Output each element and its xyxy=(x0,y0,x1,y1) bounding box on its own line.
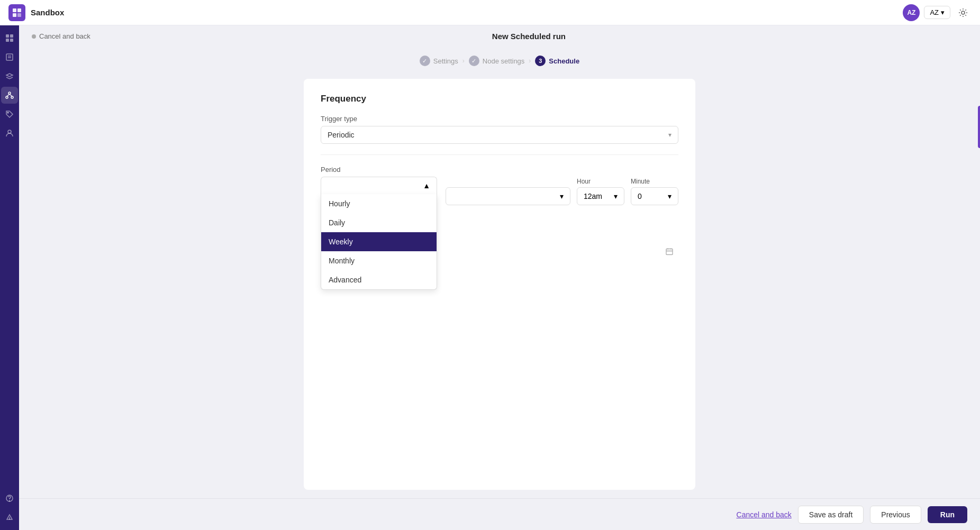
svg-point-4 xyxy=(961,11,965,14)
trigger-type-wrapper: Periodic ▾ xyxy=(321,126,678,144)
sidebar xyxy=(0,25,19,530)
minute-chevron-icon: ▾ xyxy=(668,192,672,200)
svg-rect-9 xyxy=(6,54,13,60)
step-schedule-icon: 3 xyxy=(535,56,546,66)
svg-line-16 xyxy=(10,94,12,96)
period-label: Period xyxy=(321,166,678,173)
app-name: Sandbox xyxy=(31,8,903,17)
hour-select-wrap: Hour 12am ▾ xyxy=(577,178,624,205)
svg-point-12 xyxy=(8,92,11,94)
topbar-right: AZ AZ ▾ xyxy=(903,4,972,21)
settings-icon[interactable] xyxy=(955,4,972,21)
minute-select[interactable]: 0 ▾ xyxy=(631,187,678,205)
svg-point-17 xyxy=(7,112,8,113)
save-draft-button[interactable]: Save as draft xyxy=(798,506,864,524)
step-node-settings: ✓ Node settings xyxy=(469,56,525,66)
subheader: Cancel and back New Scheduled run xyxy=(19,25,980,47)
day-select-wrap: ▾ xyxy=(446,187,570,205)
sidebar-item-layers[interactable] xyxy=(1,68,18,85)
svg-point-14 xyxy=(11,96,13,98)
period-option-monthly[interactable]: Monthly xyxy=(321,251,437,270)
step-settings-icon: ✓ xyxy=(420,56,430,66)
trigger-chevron-icon: ▾ xyxy=(668,131,672,139)
right-accent-bar xyxy=(978,106,980,148)
main-content: Cancel and back New Scheduled run ✓ Sett… xyxy=(19,25,980,530)
sidebar-item-network[interactable] xyxy=(1,87,18,104)
svg-rect-5 xyxy=(6,34,9,38)
footer: Cancel and back Save as draft Previous R… xyxy=(19,498,980,530)
time-row: ▾ Hour 12am ▾ xyxy=(446,178,678,205)
svg-point-20 xyxy=(10,501,10,501)
user-menu-button[interactable]: AZ ▾ xyxy=(924,6,950,19)
period-dropdown-menu: Hourly Daily Weekly Monthly Advanced xyxy=(321,194,437,290)
sidebar-item-grid[interactable] xyxy=(1,30,18,47)
step-settings-label: Settings xyxy=(433,57,458,65)
page-title-wrap: New Scheduled run xyxy=(90,32,967,41)
step-schedule-label: Schedule xyxy=(549,57,579,65)
cancel-back-label: Cancel and back xyxy=(39,32,90,40)
page-title: New Scheduled run xyxy=(492,32,566,41)
layout: Cancel and back New Scheduled run ✓ Sett… xyxy=(0,25,980,530)
step-node-icon: ✓ xyxy=(469,56,479,66)
time-group: ▾ Hour 12am ▾ xyxy=(446,177,678,205)
period-option-weekly[interactable]: Weekly xyxy=(321,232,437,251)
divider xyxy=(321,154,678,155)
sidebar-item-tags[interactable] xyxy=(1,106,18,123)
sidebar-item-users[interactable] xyxy=(1,125,18,142)
minute-value: 0 xyxy=(638,192,642,200)
svg-point-22 xyxy=(10,519,10,519)
sidebar-item-help[interactable] xyxy=(1,490,18,507)
period-row: ▲ Hourly Daily Weekly Monthly Advanced xyxy=(321,177,678,205)
trigger-type-value: Periodic xyxy=(328,131,355,139)
frequency-title: Frequency xyxy=(321,94,678,104)
dot-icon xyxy=(32,34,36,39)
svg-point-18 xyxy=(8,130,11,133)
svg-line-15 xyxy=(7,94,10,96)
svg-rect-7 xyxy=(6,39,9,42)
step-schedule: 3 Schedule xyxy=(535,56,579,66)
minute-label: Minute xyxy=(631,178,678,185)
hour-select[interactable]: 12am ▾ xyxy=(577,187,624,205)
step-settings: ✓ Settings xyxy=(420,56,458,66)
period-select-wrapper: ▲ Hourly Daily Weekly Monthly Advanced xyxy=(321,177,437,194)
period-chevron-icon: ▲ xyxy=(423,181,430,190)
footer-cancel-back-button[interactable]: Cancel and back xyxy=(737,510,792,519)
run-button[interactable]: Run xyxy=(928,506,967,523)
svg-rect-2 xyxy=(13,13,16,17)
period-option-advanced[interactable]: Advanced xyxy=(321,270,437,289)
svg-rect-1 xyxy=(17,8,21,12)
day-chevron-icon: ▾ xyxy=(560,192,564,200)
svg-rect-3 xyxy=(17,13,21,17)
svg-rect-6 xyxy=(10,34,13,38)
calendar-icon xyxy=(666,248,673,257)
period-option-hourly[interactable]: Hourly xyxy=(321,194,437,213)
hour-value: 12am xyxy=(584,192,602,200)
svg-rect-0 xyxy=(13,8,16,12)
sidebar-item-list[interactable] xyxy=(1,49,18,66)
chevron-down-icon: ▾ xyxy=(941,8,945,16)
previous-button[interactable]: Previous xyxy=(870,506,921,524)
topbar: Sandbox AZ AZ ▾ xyxy=(0,0,980,25)
step-arrow-1: › xyxy=(462,57,465,65)
svg-rect-8 xyxy=(10,39,13,42)
app-logo xyxy=(8,4,25,21)
trigger-type-label: Trigger type xyxy=(321,115,678,123)
cancel-back-link[interactable]: Cancel and back xyxy=(32,32,90,40)
sidebar-bottom xyxy=(1,490,18,526)
svg-rect-23 xyxy=(666,249,673,255)
hour-chevron-icon: ▾ xyxy=(614,192,618,200)
period-option-daily[interactable]: Daily xyxy=(321,213,437,232)
period-select[interactable]: ▲ xyxy=(321,177,437,194)
sidebar-item-alert[interactable] xyxy=(1,509,18,526)
step-arrow-2: › xyxy=(529,57,531,65)
frequency-card: Frequency Trigger type Periodic ▾ Period xyxy=(304,79,695,490)
step-node-label: Node settings xyxy=(483,57,525,65)
day-select[interactable]: ▾ xyxy=(446,187,570,205)
minute-select-wrap: Minute 0 ▾ xyxy=(631,178,678,205)
trigger-type-select[interactable]: Periodic ▾ xyxy=(321,126,678,144)
stepper: ✓ Settings › ✓ Node settings › 3 Schedul… xyxy=(19,47,980,70)
hour-label: Hour xyxy=(577,178,624,185)
svg-point-13 xyxy=(6,96,8,98)
scroll-area: Frequency Trigger type Periodic ▾ Period xyxy=(19,70,980,498)
avatar: AZ xyxy=(903,4,920,21)
